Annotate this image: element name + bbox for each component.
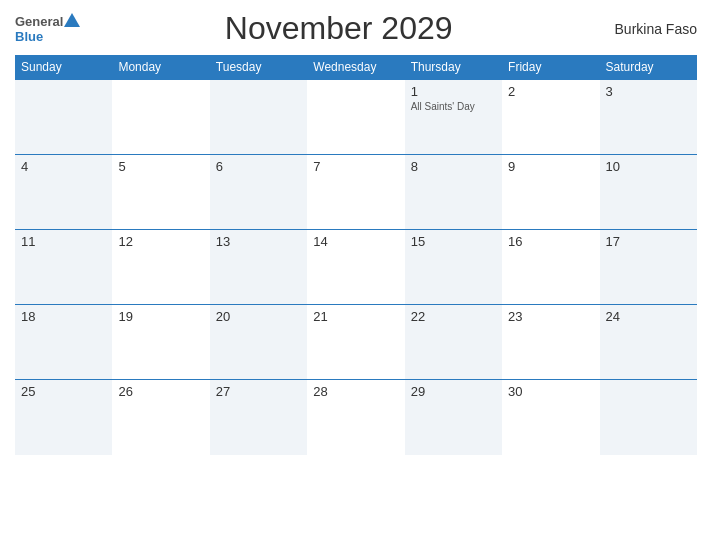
calendar-cell: 21: [307, 305, 404, 380]
day-number: 1: [411, 84, 496, 99]
header-tuesday: Tuesday: [210, 55, 307, 80]
calendar-cell: [307, 80, 404, 155]
calendar-cell: [210, 80, 307, 155]
day-number: 27: [216, 384, 301, 399]
day-number: 14: [313, 234, 398, 249]
country-label: Burkina Faso: [597, 21, 697, 37]
day-number: 17: [606, 234, 691, 249]
calendar-week-row: 45678910: [15, 155, 697, 230]
calendar-cell: 10: [600, 155, 697, 230]
day-number: 28: [313, 384, 398, 399]
header-saturday: Saturday: [600, 55, 697, 80]
calendar-cell: 29: [405, 380, 502, 455]
day-number: 22: [411, 309, 496, 324]
day-number: 18: [21, 309, 106, 324]
calendar-cell: 7: [307, 155, 404, 230]
calendar-week-row: 252627282930: [15, 380, 697, 455]
calendar-cell: 18: [15, 305, 112, 380]
calendar-cell: 5: [112, 155, 209, 230]
header-friday: Friday: [502, 55, 599, 80]
day-number: 16: [508, 234, 593, 249]
day-number: 20: [216, 309, 301, 324]
calendar-body: 1All Saints' Day234567891011121314151617…: [15, 80, 697, 455]
calendar-cell: 2: [502, 80, 599, 155]
calendar-cell: 23: [502, 305, 599, 380]
calendar-cell: 30: [502, 380, 599, 455]
logo: General Blue: [15, 13, 80, 44]
calendar-cell: 14: [307, 230, 404, 305]
calendar-cell: 25: [15, 380, 112, 455]
calendar-cell: 17: [600, 230, 697, 305]
day-number: 11: [21, 234, 106, 249]
day-number: 26: [118, 384, 203, 399]
calendar-cell: 9: [502, 155, 599, 230]
header-wednesday: Wednesday: [307, 55, 404, 80]
header-thursday: Thursday: [405, 55, 502, 80]
day-number: 30: [508, 384, 593, 399]
calendar-wrapper: General Blue November 2029 Burkina Faso …: [0, 0, 712, 550]
header-monday: Monday: [112, 55, 209, 80]
calendar-cell: 24: [600, 305, 697, 380]
calendar-cell: 4: [15, 155, 112, 230]
calendar-cell: [112, 80, 209, 155]
calendar-cell: 3: [600, 80, 697, 155]
day-number: 8: [411, 159, 496, 174]
day-number: 4: [21, 159, 106, 174]
calendar-table: Sunday Monday Tuesday Wednesday Thursday…: [15, 55, 697, 455]
calendar-cell: 22: [405, 305, 502, 380]
day-number: 3: [606, 84, 691, 99]
calendar-week-row: 18192021222324: [15, 305, 697, 380]
day-number: 13: [216, 234, 301, 249]
day-number: 25: [21, 384, 106, 399]
logo-general: General: [15, 14, 63, 29]
calendar-cell: 16: [502, 230, 599, 305]
day-number: 19: [118, 309, 203, 324]
calendar-cell: 26: [112, 380, 209, 455]
day-number: 7: [313, 159, 398, 174]
day-number: 23: [508, 309, 593, 324]
calendar-cell: 6: [210, 155, 307, 230]
logo-triangle-icon: [64, 13, 80, 27]
day-number: 10: [606, 159, 691, 174]
calendar-cell: 27: [210, 380, 307, 455]
calendar-cell: 19: [112, 305, 209, 380]
calendar-cell: 8: [405, 155, 502, 230]
month-title: November 2029: [80, 10, 597, 47]
calendar-cell: 20: [210, 305, 307, 380]
calendar-cell: 28: [307, 380, 404, 455]
day-number: 21: [313, 309, 398, 324]
weekday-header-row: Sunday Monday Tuesday Wednesday Thursday…: [15, 55, 697, 80]
day-number: 12: [118, 234, 203, 249]
day-number: 6: [216, 159, 301, 174]
calendar-cell: 11: [15, 230, 112, 305]
calendar-week-row: 1All Saints' Day23: [15, 80, 697, 155]
logo-blue: Blue: [15, 29, 43, 44]
day-number: 29: [411, 384, 496, 399]
day-number: 5: [118, 159, 203, 174]
holiday-label: All Saints' Day: [411, 101, 496, 112]
calendar-cell: [600, 380, 697, 455]
calendar-cell: 12: [112, 230, 209, 305]
day-number: 2: [508, 84, 593, 99]
day-number: 24: [606, 309, 691, 324]
calendar-week-row: 11121314151617: [15, 230, 697, 305]
day-number: 9: [508, 159, 593, 174]
calendar-cell: 15: [405, 230, 502, 305]
calendar-cell: [15, 80, 112, 155]
calendar-cell: 13: [210, 230, 307, 305]
header-sunday: Sunday: [15, 55, 112, 80]
calendar-header: General Blue November 2029 Burkina Faso: [15, 10, 697, 47]
day-number: 15: [411, 234, 496, 249]
calendar-cell: 1All Saints' Day: [405, 80, 502, 155]
